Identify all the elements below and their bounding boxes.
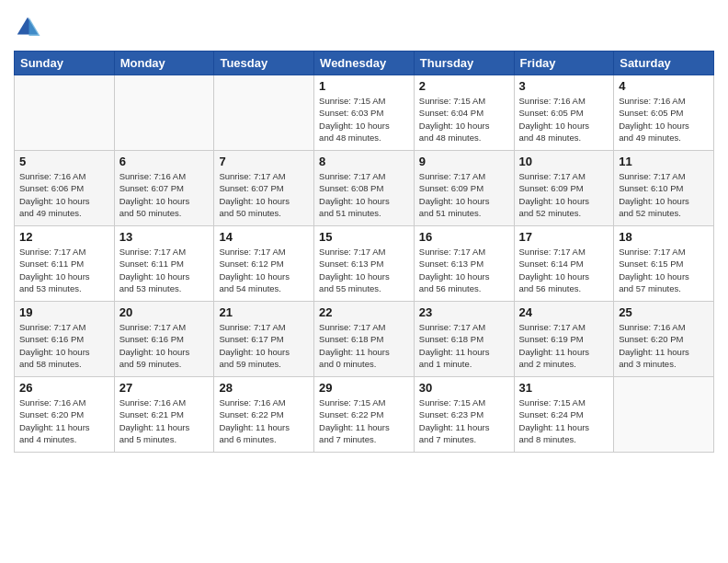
day-number: 5: [19, 155, 109, 168]
week-row-3: 19Sunrise: 7:17 AM Sunset: 6:16 PM Dayli…: [15, 302, 714, 377]
day-number: 7: [219, 155, 309, 168]
day-cell: 29Sunrise: 7:15 AM Sunset: 6:22 PM Dayli…: [314, 377, 415, 453]
day-number: 13: [119, 230, 210, 244]
day-number: 12: [19, 230, 109, 244]
weekday-header-row: SundayMondayTuesdayWednesdayThursdayFrid…: [15, 52, 714, 75]
day-info: Sunrise: 7:17 AM Sunset: 6:15 PM Dayligh…: [619, 246, 709, 294]
day-cell: 4Sunrise: 7:16 AM Sunset: 6:05 PM Daylig…: [614, 75, 714, 151]
weekday-header-friday: Friday: [514, 52, 614, 75]
day-cell: 13Sunrise: 7:17 AM Sunset: 6:11 PM Dayli…: [114, 226, 214, 302]
day-number: 20: [119, 305, 210, 319]
day-cell: 24Sunrise: 7:17 AM Sunset: 6:19 PM Dayli…: [514, 302, 614, 377]
day-cell: 23Sunrise: 7:17 AM Sunset: 6:18 PM Dayli…: [414, 302, 514, 377]
day-cell: 5Sunrise: 7:16 AM Sunset: 6:06 PM Daylig…: [15, 151, 115, 226]
day-number: 15: [319, 230, 409, 244]
day-number: 30: [419, 381, 509, 395]
day-number: 27: [119, 381, 210, 395]
day-number: 21: [219, 305, 309, 319]
day-cell: [614, 377, 714, 453]
day-cell: 26Sunrise: 7:16 AM Sunset: 6:20 PM Dayli…: [15, 377, 115, 453]
day-info: Sunrise: 7:17 AM Sunset: 6:10 PM Dayligh…: [619, 170, 709, 219]
day-number: 9: [419, 155, 509, 168]
day-info: Sunrise: 7:17 AM Sunset: 6:18 PM Dayligh…: [419, 321, 509, 370]
day-info: Sunrise: 7:17 AM Sunset: 6:08 PM Dayligh…: [319, 170, 409, 219]
day-info: Sunrise: 7:17 AM Sunset: 6:16 PM Dayligh…: [119, 321, 210, 370]
day-cell: 7Sunrise: 7:17 AM Sunset: 6:07 PM Daylig…: [214, 151, 314, 226]
day-cell: [114, 75, 214, 151]
day-cell: [15, 75, 115, 151]
day-cell: 20Sunrise: 7:17 AM Sunset: 6:16 PM Dayli…: [114, 302, 214, 377]
day-info: Sunrise: 7:15 AM Sunset: 6:03 PM Dayligh…: [319, 95, 409, 144]
day-cell: 19Sunrise: 7:17 AM Sunset: 6:16 PM Dayli…: [15, 302, 115, 377]
weekday-header-tuesday: Tuesday: [214, 52, 314, 75]
week-row-4: 26Sunrise: 7:16 AM Sunset: 6:20 PM Dayli…: [15, 377, 714, 453]
day-number: 29: [319, 381, 409, 395]
day-info: Sunrise: 7:17 AM Sunset: 6:17 PM Dayligh…: [219, 321, 309, 370]
day-info: Sunrise: 7:17 AM Sunset: 6:19 PM Dayligh…: [519, 321, 609, 370]
day-number: 19: [19, 305, 109, 319]
day-cell: 17Sunrise: 7:17 AM Sunset: 6:14 PM Dayli…: [514, 226, 614, 302]
day-cell: 21Sunrise: 7:17 AM Sunset: 6:17 PM Dayli…: [214, 302, 314, 377]
svg-marker-1: [29, 17, 40, 36]
day-cell: [214, 75, 314, 151]
day-info: Sunrise: 7:17 AM Sunset: 6:14 PM Dayligh…: [519, 246, 609, 294]
day-info: Sunrise: 7:16 AM Sunset: 6:20 PM Dayligh…: [19, 396, 109, 445]
day-cell: 28Sunrise: 7:16 AM Sunset: 6:22 PM Dayli…: [214, 377, 314, 453]
header: [14, 14, 714, 41]
day-number: 24: [519, 305, 609, 319]
week-row-2: 12Sunrise: 7:17 AM Sunset: 6:11 PM Dayli…: [15, 226, 714, 302]
day-number: 28: [219, 381, 309, 395]
day-cell: 3Sunrise: 7:16 AM Sunset: 6:05 PM Daylig…: [514, 75, 614, 151]
day-number: 10: [519, 155, 609, 168]
day-number: 2: [419, 79, 509, 93]
day-number: 26: [19, 381, 109, 395]
day-info: Sunrise: 7:17 AM Sunset: 6:09 PM Dayligh…: [519, 170, 609, 219]
weekday-header-saturday: Saturday: [614, 52, 714, 75]
day-number: 31: [519, 381, 609, 395]
day-info: Sunrise: 7:16 AM Sunset: 6:05 PM Dayligh…: [519, 95, 609, 144]
day-cell: 18Sunrise: 7:17 AM Sunset: 6:15 PM Dayli…: [614, 226, 714, 302]
day-info: Sunrise: 7:17 AM Sunset: 6:11 PM Dayligh…: [19, 246, 109, 294]
day-cell: 8Sunrise: 7:17 AM Sunset: 6:08 PM Daylig…: [314, 151, 415, 226]
day-number: 11: [619, 155, 709, 168]
day-info: Sunrise: 7:15 AM Sunset: 6:24 PM Dayligh…: [519, 396, 609, 445]
day-info: Sunrise: 7:16 AM Sunset: 6:07 PM Dayligh…: [119, 170, 210, 219]
day-number: 3: [519, 79, 609, 93]
day-cell: 27Sunrise: 7:16 AM Sunset: 6:21 PM Dayli…: [114, 377, 214, 453]
day-number: 23: [419, 305, 509, 319]
logo-icon: [14, 14, 41, 41]
day-info: Sunrise: 7:17 AM Sunset: 6:13 PM Dayligh…: [419, 246, 509, 294]
day-cell: 22Sunrise: 7:17 AM Sunset: 6:18 PM Dayli…: [314, 302, 415, 377]
day-cell: 9Sunrise: 7:17 AM Sunset: 6:09 PM Daylig…: [414, 151, 514, 226]
day-number: 17: [519, 230, 609, 244]
weekday-header-wednesday: Wednesday: [314, 52, 415, 75]
day-number: 8: [319, 155, 409, 168]
day-cell: 1Sunrise: 7:15 AM Sunset: 6:03 PM Daylig…: [314, 75, 415, 151]
day-number: 18: [619, 230, 709, 244]
day-cell: 25Sunrise: 7:16 AM Sunset: 6:20 PM Dayli…: [614, 302, 714, 377]
day-cell: 6Sunrise: 7:16 AM Sunset: 6:07 PM Daylig…: [114, 151, 214, 226]
day-cell: 15Sunrise: 7:17 AM Sunset: 6:13 PM Dayli…: [314, 226, 415, 302]
day-info: Sunrise: 7:15 AM Sunset: 6:04 PM Dayligh…: [419, 95, 509, 144]
day-info: Sunrise: 7:16 AM Sunset: 6:05 PM Dayligh…: [619, 95, 709, 144]
day-info: Sunrise: 7:17 AM Sunset: 6:07 PM Dayligh…: [219, 170, 309, 219]
day-cell: 2Sunrise: 7:15 AM Sunset: 6:04 PM Daylig…: [414, 75, 514, 151]
day-info: Sunrise: 7:16 AM Sunset: 6:22 PM Dayligh…: [219, 396, 309, 445]
day-number: 25: [619, 305, 709, 319]
weekday-header-monday: Monday: [114, 52, 214, 75]
day-cell: 16Sunrise: 7:17 AM Sunset: 6:13 PM Dayli…: [414, 226, 514, 302]
day-number: 14: [219, 230, 309, 244]
calendar-table: SundayMondayTuesdayWednesdayThursdayFrid…: [14, 51, 714, 453]
day-info: Sunrise: 7:17 AM Sunset: 6:13 PM Dayligh…: [319, 246, 409, 294]
week-row-1: 5Sunrise: 7:16 AM Sunset: 6:06 PM Daylig…: [15, 151, 714, 226]
day-number: 16: [419, 230, 509, 244]
logo: [14, 14, 45, 41]
day-number: 22: [319, 305, 409, 319]
day-info: Sunrise: 7:17 AM Sunset: 6:18 PM Dayligh…: [319, 321, 409, 370]
day-info: Sunrise: 7:15 AM Sunset: 6:22 PM Dayligh…: [319, 396, 409, 445]
page: SundayMondayTuesdayWednesdayThursdayFrid…: [0, 0, 728, 563]
day-info: Sunrise: 7:16 AM Sunset: 6:21 PM Dayligh…: [119, 396, 210, 445]
day-cell: 11Sunrise: 7:17 AM Sunset: 6:10 PM Dayli…: [614, 151, 714, 226]
day-number: 1: [319, 79, 409, 93]
day-cell: 12Sunrise: 7:17 AM Sunset: 6:11 PM Dayli…: [15, 226, 115, 302]
